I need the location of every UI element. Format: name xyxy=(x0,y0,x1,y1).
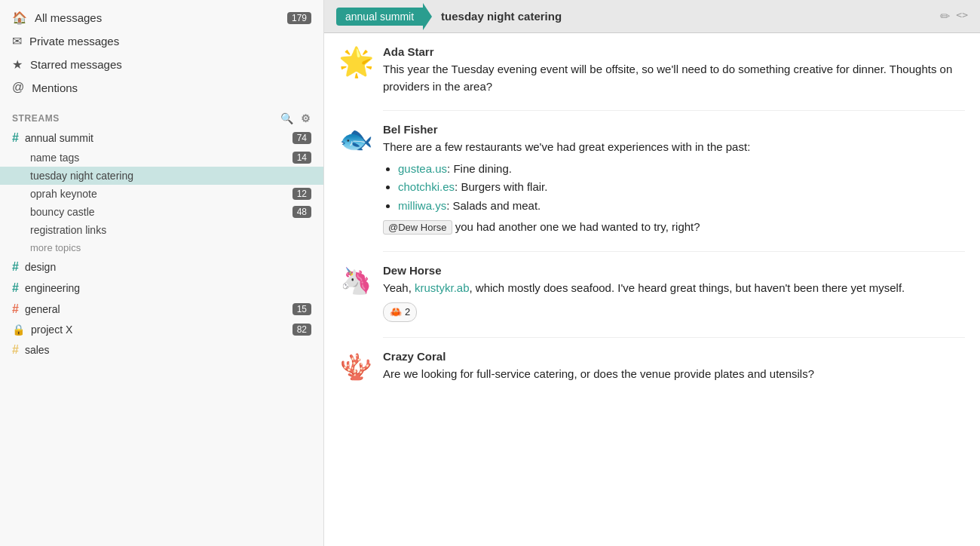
hash-icon: # xyxy=(12,281,19,295)
message-content: Dew Horse Yeah, krustykr.ab, which mostl… xyxy=(383,264,965,322)
topic-label: bouncy castle xyxy=(30,206,95,218)
stream-label: project X xyxy=(31,324,72,336)
reaction-crab[interactable]: 🦀 2 xyxy=(383,302,417,322)
topic-badge: 12 xyxy=(292,188,311,200)
sidebar-item-mentions[interactable]: @ Mentions xyxy=(0,76,323,99)
sidebar-item-starred-messages[interactable]: ★ Starred messages xyxy=(0,53,323,76)
hash-icon: # xyxy=(12,302,19,316)
star-icon: ★ xyxy=(12,57,23,72)
message-ada-starr: 🌟 Ada Starr This year the Tuesday evenin… xyxy=(339,45,965,95)
streams-header: STREAMS 🔍 ⚙ xyxy=(0,105,323,127)
message-header: annual summit tuesday night catering ✏ <… xyxy=(324,0,980,33)
message-text: Are we looking for full-service catering… xyxy=(383,366,965,383)
envelope-icon: ✉ xyxy=(12,34,22,48)
stream-label: sales xyxy=(25,344,50,356)
hash-icon: # xyxy=(12,260,19,274)
topic-label: oprah keynote xyxy=(30,188,97,200)
stream-item-general[interactable]: # general 15 xyxy=(0,299,323,320)
topic-badge: 14 xyxy=(292,152,311,164)
hash-icon: # xyxy=(12,343,19,357)
breadcrumb-topic: tuesday night catering xyxy=(432,7,571,26)
topic-badge: 48 xyxy=(292,206,311,218)
message-divider xyxy=(383,337,965,338)
topic-label: name tags xyxy=(30,152,79,164)
at-icon: @ xyxy=(12,81,24,94)
topic-item-oprah-keynote[interactable]: oprah keynote 12 xyxy=(0,185,323,203)
stream-item-design[interactable]: # design xyxy=(0,256,323,278)
sidebar-item-label: Mentions xyxy=(32,81,78,94)
search-icon[interactable]: 🔍 xyxy=(280,112,294,124)
all-messages-badge: 179 xyxy=(287,12,311,24)
mention-tag[interactable]: @Dew Horse xyxy=(383,220,452,235)
topic-label: tuesday night catering xyxy=(30,170,133,182)
stream-badge: 15 xyxy=(292,303,311,315)
avatar-crazy-coral: 🪸 xyxy=(339,350,372,383)
edit-icon[interactable]: ✏ xyxy=(940,9,950,23)
reaction-count: 2 xyxy=(405,305,410,320)
breadcrumb-stream[interactable]: annual summit xyxy=(336,8,423,26)
stream-label: engineering xyxy=(25,282,80,294)
code-icon[interactable]: <> xyxy=(956,9,968,23)
avatar-bel-fisher: 🐟 xyxy=(339,123,372,156)
topic-item-registration-links[interactable]: registration links xyxy=(0,221,323,239)
home-icon: 🏠 xyxy=(12,11,27,25)
message-content: Ada Starr This year the Tuesday evening … xyxy=(383,45,965,95)
message-content: Bel Fisher There are a few restaurants w… xyxy=(383,123,965,236)
stream-badge: 74 xyxy=(292,132,311,144)
message-divider xyxy=(383,251,965,252)
message-content: Crazy Coral Are we looking for full-serv… xyxy=(383,350,965,383)
sidebar-item-label: Private messages xyxy=(29,35,119,48)
gear-icon[interactable]: ⚙ xyxy=(301,112,311,124)
stream-item-sales[interactable]: # sales xyxy=(0,339,323,360)
stream-badge: 82 xyxy=(292,324,311,336)
message-author: Dew Horse xyxy=(383,264,965,277)
message-author: Crazy Coral xyxy=(383,350,965,363)
restaurant-link-chotchki[interactable]: chotchki.es xyxy=(398,180,455,193)
sidebar-item-private-messages[interactable]: ✉ Private messages xyxy=(0,29,323,53)
hash-icon: # xyxy=(12,131,19,145)
message-bel-fisher: 🐟 Bel Fisher There are a few restaurants… xyxy=(339,123,965,236)
messages-list: 🌟 Ada Starr This year the Tuesday evenin… xyxy=(324,33,980,546)
header-actions: ✏ <> xyxy=(940,9,968,23)
lock-icon: 🔒 xyxy=(12,324,25,336)
topic-item-name-tags[interactable]: name tags 14 xyxy=(0,149,323,167)
message-divider xyxy=(383,110,965,111)
sidebar-item-label: Starred messages xyxy=(30,58,122,71)
sidebar-nav: 🏠 All messages 179 ✉ Private messages ★ … xyxy=(0,0,323,105)
restaurant-link-krustykr[interactable]: krustykr.ab xyxy=(415,281,470,294)
stream-item-annual-summit[interactable]: # annual summit 74 xyxy=(0,127,323,149)
sidebar-item-all-messages[interactable]: 🏠 All messages 179 xyxy=(0,6,323,29)
stream-label: design xyxy=(25,261,56,273)
topic-item-bouncy-castle[interactable]: bouncy castle 48 xyxy=(0,203,323,221)
sidebar-item-label: All messages xyxy=(35,11,102,24)
stream-label: annual summit xyxy=(25,132,93,144)
stream-label: general xyxy=(25,303,60,315)
message-author: Bel Fisher xyxy=(383,123,965,136)
avatar-ada-starr: 🌟 xyxy=(339,45,372,78)
restaurant-link-gustea[interactable]: gustea.us xyxy=(398,162,447,175)
restaurant-list: gustea.us: Fine dining. chotchki.es: Bur… xyxy=(398,161,965,215)
avatar-dew-horse: 🦄 xyxy=(339,264,372,297)
message-author: Ada Starr xyxy=(383,45,965,58)
main-panel: annual summit tuesday night catering ✏ <… xyxy=(324,0,980,546)
topic-label: registration links xyxy=(30,224,106,236)
message-text: This year the Tuesday evening event will… xyxy=(383,61,965,95)
sidebar: 🏠 All messages 179 ✉ Private messages ★ … xyxy=(0,0,324,546)
restaurant-link-milliwa[interactable]: milliwa.ys xyxy=(398,199,446,212)
message-dew-horse: 🦄 Dew Horse Yeah, krustykr.ab, which mos… xyxy=(339,264,965,322)
stream-item-engineering[interactable]: # engineering xyxy=(0,278,323,299)
topic-item-tuesday-night-catering[interactable]: tuesday night catering xyxy=(0,167,323,185)
breadcrumb-arrow xyxy=(423,3,432,30)
stream-item-project-x[interactable]: 🔒 project X 82 xyxy=(0,320,323,339)
streams-header-actions: 🔍 ⚙ xyxy=(280,112,311,124)
message-text: Yeah, krustykr.ab, which mostly does sea… xyxy=(383,280,965,322)
more-topics-link[interactable]: more topics xyxy=(0,239,323,256)
message-crazy-coral: 🪸 Crazy Coral Are we looking for full-se… xyxy=(339,350,965,383)
reaction-emoji: 🦀 xyxy=(390,305,402,320)
message-text: There are a few restaurants we've had gr… xyxy=(383,139,965,236)
